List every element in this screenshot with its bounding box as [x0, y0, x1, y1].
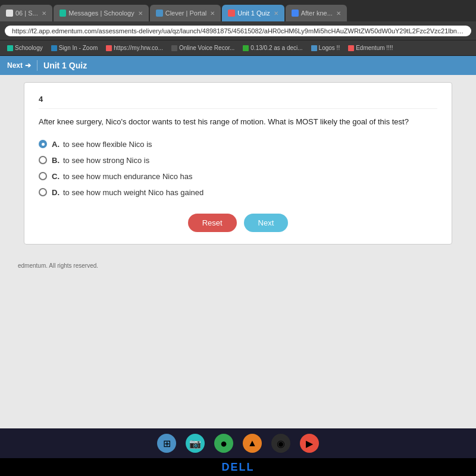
tab-1-favicon	[6, 10, 13, 17]
taskbar-camera-icon[interactable]: 📷	[186, 434, 205, 453]
toolbar-next-label: Next	[7, 61, 23, 70]
next-button[interactable]: Next	[244, 214, 289, 232]
bookmark-edmentum-icon	[348, 45, 354, 51]
option-b[interactable]: B. to see how strong Nico is	[39, 156, 437, 165]
bookmark-voice-icon	[171, 45, 177, 51]
tab-3-close[interactable]: ✕	[210, 10, 215, 17]
toolbar-divider	[37, 60, 37, 71]
dell-logo: DELL	[222, 461, 255, 474]
bookmarks-bar: Schoology Sign In - Zoom https://my.hrw.…	[0, 40, 476, 56]
tab-4[interactable]: Unit 1 Quiz ✕	[222, 5, 284, 21]
option-a[interactable]: A. to see how flexible Nico is	[39, 140, 437, 149]
option-b-radio[interactable]	[39, 156, 47, 164]
bookmark-decimal[interactable]: 0.13/0.2 as a deci...	[240, 44, 305, 52]
address-bar-row: https://f2.app.edmentum.com/assessments-…	[0, 21, 476, 40]
button-row: Reset Next	[39, 214, 437, 232]
option-a-text: to see how flexible Nico is	[63, 140, 152, 149]
footer-text: edmentum. All rights reserved.	[12, 262, 464, 269]
bookmark-hrw[interactable]: https://my.hrw.co...	[104, 44, 165, 52]
tab-1-label: 06 | S...	[15, 10, 38, 17]
taskbar-youtube-icon[interactable]: ▶	[300, 434, 319, 453]
tab-4-label: Unit 1 Quiz	[237, 10, 270, 17]
bookmark-edmentum-label: Edmentum !!!!	[356, 45, 393, 51]
browser-window: 06 | S... ✕ Messages | Schoology ✕ Cleve…	[0, 0, 476, 476]
bookmark-zoom[interactable]: Sign In - Zoom	[49, 44, 101, 52]
option-a-label-letter: A.	[52, 140, 60, 149]
toolbar-next-arrow-icon: ➔	[25, 61, 31, 70]
taskbar-drive-icon[interactable]: ▲	[243, 434, 262, 453]
taskbar-files-icon[interactable]: ⊞	[157, 434, 176, 453]
tab-2-label: Messages | Schoology	[68, 10, 134, 17]
option-c-text: to see how much endurance Nico has	[63, 172, 193, 181]
address-bar[interactable]: https://f2.app.edmentum.com/assessments-…	[5, 26, 471, 36]
tab-1[interactable]: 06 | S... ✕	[0, 5, 52, 21]
option-b-label-letter: B.	[52, 156, 60, 165]
options-list: A. to see how flexible Nico is B. to see…	[39, 140, 437, 197]
option-c-label-letter: C.	[52, 172, 60, 181]
tab-bar: 06 | S... ✕ Messages | Schoology ✕ Cleve…	[0, 0, 476, 21]
option-d-text: to see how much weight Nico has gained	[63, 188, 203, 197]
tab-5-close[interactable]: ✕	[336, 10, 341, 17]
taskbar-chrome-icon[interactable]: ●	[214, 434, 233, 453]
tab-5-favicon	[292, 10, 299, 17]
question-text: After knee surgery, Nico's doctor wants …	[39, 116, 437, 128]
option-d-radio[interactable]	[39, 188, 47, 196]
bookmark-logos-icon	[311, 45, 317, 51]
bookmark-schoology-icon	[7, 45, 13, 51]
option-b-text: to see how strong Nico is	[63, 156, 149, 165]
edmentum-toolbar: Next ➔ Unit 1 Quiz	[0, 56, 476, 75]
bookmark-logos-label: Logos !!	[319, 45, 340, 51]
option-c[interactable]: C. to see how much endurance Nico has	[39, 172, 437, 181]
tab-2[interactable]: Messages | Schoology ✕	[54, 5, 149, 21]
reset-button[interactable]: Reset	[188, 214, 237, 232]
option-d[interactable]: D. to see how much weight Nico has gaine…	[39, 188, 437, 197]
bookmark-voice-label: Online Voice Recor...	[179, 45, 234, 51]
taskbar-system-icon[interactable]: ◉	[271, 434, 290, 453]
tab-5-label: After kne...	[301, 10, 333, 17]
tab-2-favicon	[60, 10, 67, 17]
tab-4-favicon	[228, 10, 235, 17]
bookmark-voice[interactable]: Online Voice Recor...	[169, 44, 237, 52]
bookmark-hrw-icon	[106, 45, 112, 51]
bookmark-schoology-label: Schoology	[15, 45, 43, 51]
taskbar: ⊞ 📷 ● ▲ ◉ ▶	[0, 428, 476, 458]
tab-3[interactable]: Clever | Portal ✕	[150, 5, 221, 21]
bookmark-zoom-label: Sign In - Zoom	[59, 45, 98, 51]
tab-4-close[interactable]: ✕	[274, 10, 278, 17]
tab-3-favicon	[156, 10, 163, 17]
quiz-card: 4 After knee surgery, Nico's doctor want…	[24, 82, 452, 245]
bottom-strip: DELL	[0, 458, 476, 476]
tab-1-close[interactable]: ✕	[42, 10, 46, 17]
toolbar-next-button[interactable]: Next ➔	[7, 61, 31, 70]
bookmark-logos[interactable]: Logos !!	[309, 44, 343, 52]
question-number: 4	[39, 95, 437, 109]
main-content: 4 After knee surgery, Nico's doctor want…	[0, 75, 476, 428]
option-a-radio[interactable]	[39, 140, 47, 148]
tab-2-close[interactable]: ✕	[138, 10, 143, 17]
tab-3-label: Clever | Portal	[165, 10, 207, 17]
bookmark-decimal-label: 0.13/0.2 as a deci...	[250, 45, 302, 51]
bookmark-schoology[interactable]: Schoology	[5, 44, 45, 52]
bookmark-decimal-icon	[243, 45, 249, 51]
bookmark-zoom-icon	[51, 45, 57, 51]
bookmark-hrw-label: https://my.hrw.co...	[114, 45, 163, 51]
toolbar-quiz-title: Unit 1 Quiz	[43, 61, 87, 70]
bookmark-edmentum[interactable]: Edmentum !!!!	[346, 44, 395, 52]
option-d-label-letter: D.	[52, 188, 60, 197]
tab-5[interactable]: After kne... ✕	[286, 5, 347, 21]
option-c-radio[interactable]	[39, 172, 47, 180]
